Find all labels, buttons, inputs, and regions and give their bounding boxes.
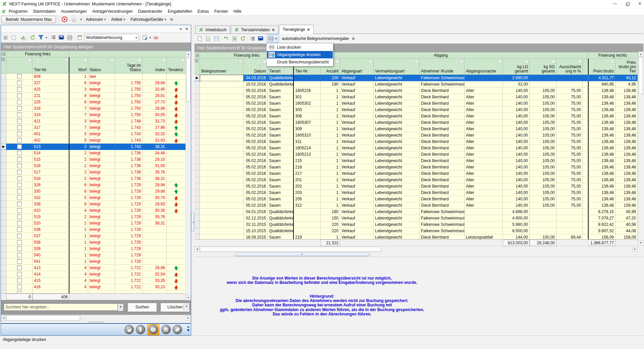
filter-icon[interactable] — [369, 59, 373, 63]
row-checkbox[interactable] — [17, 93, 22, 98]
horizontal-scrollbar[interactable]: ◄ ► — [1, 315, 191, 320]
row-checkbox[interactable] — [17, 132, 22, 136]
table-row[interactable]: 4025belegt1.74332,93 — [1, 137, 186, 144]
table-row[interactable]: ▶04.03.2016Qualitätsferkel100VerkaufLebe… — [195, 75, 638, 81]
table-row[interactable]: 05.02.2016Sauen16052261VerkaufLebendgewi… — [195, 88, 638, 94]
edit-document-icon[interactable] — [141, 34, 149, 41]
column-header-kg-sg-gesamt[interactable]: kg SG gesamt — [530, 59, 556, 74]
scrollbar-thumb[interactable] — [200, 247, 381, 252]
filter-icon[interactable] — [110, 58, 114, 62]
panel-splitter[interactable]: ◂ — [191, 25, 194, 335]
horizontal-splitter[interactable]: ▾ — [195, 252, 643, 257]
table-row[interactable]: 5192belegt1.72935,76 — [1, 214, 186, 220]
table-row[interactable]: 05.02.2016Sauen3121VerkaufLebendgewichtD… — [195, 202, 638, 209]
table-row[interactable]: 05.02.2016Sauen16053071VerkaufLebendgewi… — [195, 119, 638, 126]
menu-programm[interactable]: Programm — [6, 8, 30, 14]
undo-icon[interactable] — [222, 35, 230, 42]
filter-icon[interactable] — [64, 58, 68, 62]
menu-extras[interactable]: Extras — [195, 8, 212, 14]
table-row[interactable]: 16.09.2015Sauen2191VerkaufLebendgewichtD… — [195, 234, 638, 239]
row-checkbox[interactable] — [17, 246, 22, 251]
column-header-index[interactable]: Index — [143, 57, 167, 73]
row-checkbox[interactable] — [17, 221, 22, 226]
table-row[interactable]: 5142belegt1.73634,48 — [1, 150, 186, 156]
print-menu-button[interactable]: ▾ — [267, 34, 278, 43]
minimize-button[interactable]: — — [613, 1, 617, 7]
column-group-abgang[interactable]: Abgang — [294, 52, 588, 58]
row-checkbox[interactable] — [17, 170, 22, 174]
vertical-scrollbar[interactable]: ▲ ▼ — [638, 52, 643, 245]
table-row[interactable]: 05.02.2016Sauen3011VerkaufLebendgewichtD… — [195, 94, 638, 100]
row-checkbox[interactable] — [17, 253, 22, 257]
splitter-handle[interactable] — [1, 321, 191, 323]
chevron-down-icon[interactable]: ▾ — [46, 36, 47, 39]
more-species-icon[interactable]: »▾ — [187, 325, 190, 332]
collapse-splitter-handle[interactable]: ◂ — [192, 213, 195, 232]
row-checkbox[interactable] — [17, 265, 22, 270]
close-option-icon[interactable]: × — [352, 37, 355, 41]
deselect-rows-icon[interactable] — [11, 34, 18, 41]
column-header-status[interactable]: Status — [88, 57, 115, 73]
scroll-left-icon[interactable]: ◄ — [1, 315, 6, 320]
table-row[interactable]: 3177belegt1.74327,86 — [1, 124, 186, 131]
apply-selection-icon[interactable] — [19, 34, 26, 41]
menu-antraege[interactable]: Anträge/Verordnungen — [90, 8, 136, 14]
table-row[interactable]: 2258belegt1.75027,73 — [1, 99, 186, 105]
record-icon[interactable] — [62, 16, 67, 22]
column-header-wurf[interactable]: Wurf — [69, 57, 88, 73]
table-row[interactable]: 05.02.2016Sauen2161VerkaufLebendgewichtD… — [195, 164, 638, 170]
column-header-abgangsart[interactable]: Abgangsart — [340, 59, 374, 74]
column-header-belegnummer[interactable]: Belegnummer — [200, 59, 244, 74]
list-view-icon[interactable] — [50, 34, 57, 41]
row-checkbox[interactable] — [17, 278, 22, 283]
column-header-preis-brutto-pro-tier[interactable]: Preis brutto pro Tier — [615, 59, 638, 74]
table-row[interactable]: 02.12.2015Qualitätsferkel150VerkaufLeben… — [195, 215, 638, 221]
scroll-right-icon[interactable]: ► — [633, 247, 638, 252]
select-rows-icon[interactable] — [2, 34, 10, 41]
menu-hilfe[interactable]: Hilfe — [231, 8, 244, 14]
table-row[interactable]: 5381belegt1.729 — [1, 239, 186, 246]
column-header-abgangsursache[interactable]: Abgangsursache — [465, 59, 503, 74]
list-view-icon[interactable] — [249, 35, 256, 42]
table-row[interactable]: 05.02.2016Sauen16052141VerkaufLebendgewi… — [195, 145, 638, 151]
chevron-down-icon[interactable]: ▾ — [80, 18, 82, 21]
table-row[interactable]: 5391belegt1.729 — [1, 246, 186, 252]
row-checkbox[interactable] — [17, 87, 22, 92]
pig-action-icon[interactable] — [152, 34, 159, 41]
table-row[interactable]: 4015belegt1.74332,32 — [1, 131, 186, 137]
row-checkbox[interactable] — [17, 183, 22, 187]
row-checkbox[interactable] — [17, 151, 22, 155]
filter-icon[interactable] — [84, 58, 87, 62]
search-button[interactable]: Suchen — [128, 303, 157, 312]
table-row[interactable]: 05.02.2016Sauen2151VerkaufLebendgewichtD… — [195, 158, 638, 164]
close-button[interactable]: × — [638, 1, 641, 7]
table-row[interactable]: 05.02.2016Sauen3031VerkaufLebendgewichtD… — [195, 107, 638, 113]
table-row[interactable]: 05.02.2016Sauen2051VerkaufLebendgewichtD… — [195, 196, 638, 202]
sort-icon[interactable] — [106, 63, 109, 67]
row-checkbox[interactable] — [17, 208, 22, 213]
table-row[interactable]: 6081leer — [1, 73, 186, 80]
adressen-dropdown[interactable]: Adressen▾ — [85, 16, 107, 22]
close-toolbar-icon[interactable]: × — [170, 17, 173, 21]
table-row[interactable]: 3276belegt1.75528,94 — [1, 80, 186, 86]
table-row[interactable]: 4253belegt1.75532,45 — [1, 86, 186, 93]
table-row[interactable]: 5411belegt1.729 — [1, 258, 186, 265]
table-row[interactable]: 15.10.2015Qualitätsferkel220VerkaufLeben… — [195, 228, 638, 234]
menu-item-liste-drucken[interactable]: Liste drucken — [267, 44, 333, 51]
horizontal-scrollbar[interactable]: ◄ ► — [195, 246, 638, 252]
species-pig-button-active[interactable] — [147, 324, 159, 335]
column-header-datum[interactable]: Datum — [244, 59, 268, 74]
species-poultry-button[interactable] — [124, 325, 134, 334]
filter-icon[interactable] — [181, 58, 185, 62]
menu-fenster[interactable]: Fenster — [212, 8, 231, 14]
cloud-sync-icon[interactable] — [70, 16, 77, 23]
column-header-abnehmer-kunde[interactable]: Abnehmer /Kunde — [420, 59, 465, 74]
filter-icon[interactable] — [335, 59, 339, 63]
row-checkbox[interactable] — [17, 240, 22, 245]
filter-icon[interactable] — [138, 58, 142, 62]
column-header-vermarktungsart[interactable]: Vermarktungsart — [374, 59, 420, 74]
row-checkbox[interactable] — [17, 144, 22, 149]
table-row[interactable]: 3167belegt1.75028,88 — [1, 105, 186, 112]
search-data-icon[interactable] — [58, 34, 65, 41]
row-checkbox[interactable] — [17, 272, 22, 277]
